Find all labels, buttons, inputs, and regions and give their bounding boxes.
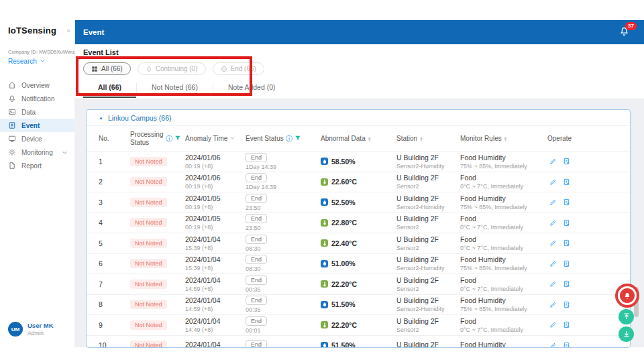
edit-button[interactable] <box>549 301 557 308</box>
row-number: 10 <box>87 341 130 348</box>
temperature-icon <box>321 178 328 186</box>
alarm-fab-button[interactable] <box>615 284 639 308</box>
monitor-rule-range: 75% ~ 85%, Immediately <box>460 163 543 170</box>
col-station[interactable]: Station ▲▼ <box>396 135 460 142</box>
info-icon[interactable]: ⓘ <box>286 135 292 142</box>
station-name: U Building 2F <box>396 317 456 325</box>
edit-button[interactable] <box>549 219 557 227</box>
humidity-icon <box>321 260 328 267</box>
status-filter-pill[interactable]: Continuing (0) <box>138 62 206 75</box>
monitor-rule-range: 0°C ~ 7°C, Immediately <box>460 326 543 333</box>
station-name: U Building 2F <box>396 215 456 223</box>
row-number: 3 <box>87 198 130 206</box>
processing-status-badge: Not Noted <box>130 198 167 207</box>
monitor-rule-range: 75% ~ 85%, Immediately <box>460 306 543 312</box>
filter-funnel-icon[interactable] <box>174 135 181 143</box>
sidebar-item-event[interactable]: Event <box>0 119 74 132</box>
edit-button[interactable] <box>549 198 557 206</box>
edit-button[interactable] <box>549 260 557 267</box>
edit-button[interactable] <box>549 158 557 165</box>
table-group-toggle[interactable]: ▲ Linkou Campus (66) <box>87 110 630 126</box>
edit-button[interactable] <box>549 321 557 328</box>
add-note-button[interactable] <box>563 260 570 267</box>
user-name: User MK <box>28 322 54 329</box>
note-tab[interactable]: Not Noted (66) <box>136 83 213 98</box>
scroll-to-top-button[interactable] <box>619 309 634 324</box>
humidity-icon <box>321 198 328 206</box>
event-status-tag: End <box>246 173 267 182</box>
processing-status-badge: Not Noted <box>130 320 167 330</box>
event-status-tag: End <box>246 296 267 305</box>
table-row: 1 Not Noted 2024/01/06 00:19 (+8) End 1D… <box>87 152 630 172</box>
event-duration: 1Day 14:39 <box>246 184 317 190</box>
add-note-button[interactable] <box>563 239 570 247</box>
sidebar-item-data[interactable]: Data <box>0 105 74 119</box>
abnormal-value: 51.50% <box>331 300 356 308</box>
sort-icon: ▲▼ <box>368 136 371 141</box>
abnormal-value: 22.40°C <box>331 239 357 247</box>
add-note-button[interactable] <box>563 342 570 348</box>
sidebar-item-monitoring[interactable]: Monitoring <box>0 145 74 159</box>
add-note-button[interactable] <box>563 321 570 328</box>
event-status-tag: End <box>246 235 267 244</box>
anomaly-time: 14:59 (+8) <box>185 286 241 292</box>
monitor-rule-name: Food <box>460 276 543 284</box>
sidebar-nav: Overview Notification Data Event Device … <box>0 78 74 172</box>
station-name: U Building 2F <box>396 255 456 263</box>
sort-icon: ▲▼ <box>419 136 423 141</box>
sidebar-item-overview[interactable]: Overview <box>0 78 74 92</box>
filter-funnel-icon[interactable] <box>294 135 301 143</box>
avatar: UM <box>8 322 23 337</box>
org-selector[interactable]: Research <box>0 55 74 65</box>
abnormal-value: 22.20°C <box>331 321 357 329</box>
table-row: 9 Not Noted 2024/01/04 14:49 (+8) End 00… <box>87 315 630 336</box>
row-number: 1 <box>87 158 130 166</box>
edit-button[interactable] <box>549 239 557 247</box>
add-note-button[interactable] <box>563 280 570 288</box>
sidebar-item-report[interactable]: Report <box>0 159 74 172</box>
temperature-icon <box>321 239 328 247</box>
anomaly-date: 2024/01/06 <box>185 154 241 162</box>
abnormal-value: 22.20°C <box>331 280 357 288</box>
chevron-down-icon <box>40 58 46 65</box>
chevron-down-icon <box>62 149 68 156</box>
monitor-rule-name: Food Humidity <box>460 341 543 348</box>
info-icon[interactable]: ⓘ <box>166 135 172 142</box>
sensor-name: Sensor2 <box>396 224 456 231</box>
event-duration: 23:50 <box>246 225 317 231</box>
add-note-button[interactable] <box>563 219 570 227</box>
edit-button[interactable] <box>549 178 557 186</box>
col-anomaly-time[interactable]: Anomaly Time <box>185 135 246 142</box>
scroll-to-bottom-button[interactable] <box>619 326 634 342</box>
monitor-rule-range: 0°C ~ 7°C, Immediately <box>460 245 543 251</box>
event-duration: 23:50 <box>246 204 317 211</box>
monitor-rule-name: Food Humidity <box>460 255 543 263</box>
row-number: 9 <box>87 321 130 329</box>
status-filter-pill[interactable]: End (66) <box>213 62 264 75</box>
notification-bell-button[interactable]: 37 <box>619 26 629 39</box>
processing-status-badge: Not Noted <box>130 341 167 348</box>
anomaly-date: 2024/01/04 <box>185 235 241 243</box>
abnormal-value: 58.50% <box>331 158 356 166</box>
sidebar-collapse-icon[interactable]: « <box>66 27 70 34</box>
add-note-button[interactable] <box>563 178 570 186</box>
user-profile[interactable]: UM User MK Admin <box>8 322 54 337</box>
sidebar-item-device[interactable]: Device <box>0 132 74 145</box>
event-duration: 00:35 <box>246 286 317 293</box>
status-filter-pill[interactable]: All (66) <box>83 62 131 75</box>
sidebar-item-notification[interactable]: Notification <box>0 92 74 105</box>
table-row: 3 Not Noted 2024/01/05 00:19 (+8) End 23… <box>87 192 630 213</box>
edit-button[interactable] <box>549 280 557 288</box>
table-body: 1 Not Noted 2024/01/06 00:19 (+8) End 1D… <box>87 152 630 348</box>
note-tab[interactable]: All (66) <box>83 83 136 98</box>
edit-button[interactable] <box>549 342 557 348</box>
add-note-button[interactable] <box>563 198 570 206</box>
add-note-button[interactable] <box>563 301 570 308</box>
col-abnormal-data[interactable]: Abnormal Data ▲▼ <box>321 135 396 142</box>
note-tab[interactable]: Note Added (0) <box>213 83 290 98</box>
add-note-button[interactable] <box>563 158 570 165</box>
monitor-rule-name: Food <box>460 215 543 223</box>
temperature-icon <box>321 280 328 288</box>
event-status-tag: End <box>246 255 267 264</box>
col-monitor-rules[interactable]: Monitor Rules ▲▼ <box>460 135 547 142</box>
